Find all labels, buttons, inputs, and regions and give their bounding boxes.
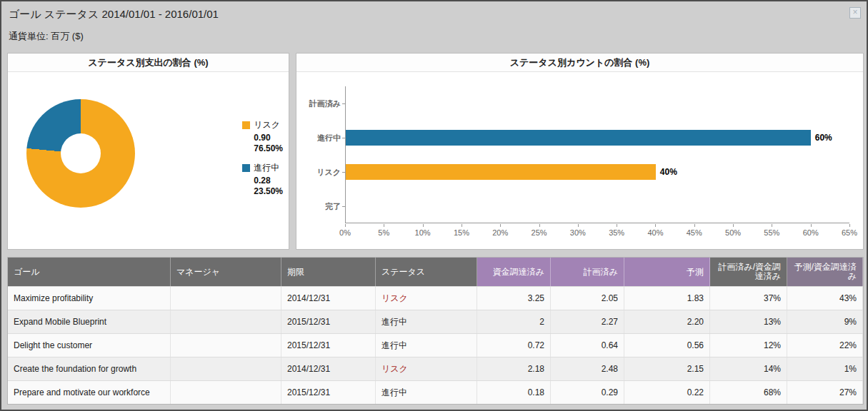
column-header-status: ステータス: [376, 258, 477, 286]
cell-forecast: 2.20: [624, 310, 710, 333]
column-header-planned: 計画済み: [551, 258, 624, 286]
table-row: Delight the customer2015/12/31進行中0.720.6…: [8, 333, 863, 357]
bar-category-label: 計画済み: [296, 86, 341, 121]
cell-manager: [171, 381, 281, 404]
column-header-deadline: 期限: [281, 258, 376, 286]
cell-goal: Delight the customer: [8, 334, 171, 357]
x-tick-label: 35%: [609, 228, 624, 237]
cell-planned: 0.64: [551, 334, 624, 357]
bar-row: [346, 189, 849, 223]
cell-forecast: 1.83: [624, 287, 710, 310]
legend-percent: 23.50%: [254, 186, 283, 197]
column-header-manager: マネージャ: [171, 258, 281, 286]
legend-swatch-icon: [242, 121, 250, 129]
bar-segment[interactable]: [346, 130, 811, 146]
cell-forecast_funded: 43%: [787, 287, 863, 310]
column-header-planned_funded: 計画済み/資金調達済み: [710, 258, 787, 286]
cell-forecast: 0.22: [624, 381, 710, 404]
cell-planned_funded: 37%: [710, 287, 787, 310]
cell-funded: 3.25: [477, 287, 551, 310]
bar-x-axis: 0%5%10%15%20%25%30%35%40%45%50%55%60%65%: [345, 224, 849, 237]
bar-row: 40%: [346, 155, 849, 189]
cell-forecast_funded: 1%: [787, 357, 863, 380]
x-tick-label: 5%: [378, 228, 389, 237]
bar-value-label: 40%: [660, 167, 677, 177]
bar-row: 60%: [346, 121, 849, 155]
x-tick-mark: [500, 224, 501, 227]
x-tick-mark: [384, 224, 384, 227]
cell-status: リスク: [376, 287, 477, 310]
cell-goal: Create the foundation for growth: [8, 357, 171, 380]
cell-status: リスク: [376, 357, 477, 380]
bar-plot-area: 60%40%: [345, 86, 849, 223]
legend-item: リスク0.9076.50%: [242, 119, 283, 154]
x-tick-label: 55%: [764, 228, 779, 237]
column-header-forecast: 予測: [624, 258, 710, 286]
cell-forecast: 2.15: [624, 357, 710, 380]
x-tick-label: 10%: [415, 228, 431, 237]
cell-manager: [171, 310, 281, 333]
goals-table: ゴールマネージャ期限ステータス資金調達済み計画済み予測計画済み/資金調達済み予測…: [7, 257, 864, 405]
x-tick-mark: [849, 224, 850, 227]
table-row: Maximize profitability2014/12/31リスク3.252…: [8, 286, 863, 310]
x-tick-label: 40%: [647, 228, 663, 237]
cell-funded: 2: [477, 310, 551, 333]
x-tick-label: 0%: [339, 228, 351, 237]
cell-planned_funded: 13%: [710, 310, 787, 333]
bar-category-label: 完了: [296, 189, 341, 223]
legend-swatch-icon: [242, 164, 250, 172]
y-tick-mark: [342, 103, 346, 104]
page-title: ゴール ステータス 2014/01/01 - 2016/01/01: [9, 8, 219, 21]
donut-chart[interactable]: [26, 99, 135, 208]
bar-segment[interactable]: [346, 164, 656, 180]
y-tick-mark: [342, 206, 346, 207]
bar-category-label: リスク: [296, 155, 341, 189]
x-tick-mark: [539, 224, 540, 227]
legend-label: 進行中: [254, 162, 279, 174]
x-tick-mark: [694, 224, 695, 227]
cell-planned: 0.29: [551, 381, 624, 404]
y-tick-mark: [342, 172, 346, 173]
legend-percent: 76.50%: [254, 143, 283, 154]
table-row: Expand Mobile Blueprint2015/12/31進行中22.2…: [8, 310, 863, 333]
table-header-row: ゴールマネージャ期限ステータス資金調達済み計画済み予測計画済み/資金調達済み予測…: [8, 258, 863, 286]
x-tick-label: 20%: [492, 228, 508, 237]
legend-value: 0.90: [254, 133, 283, 143]
cell-goal: Maximize profitability: [8, 287, 171, 310]
currency-unit-label: 通貨単位: 百万 ($): [9, 30, 84, 43]
cell-forecast_funded: 9%: [787, 310, 863, 333]
cell-status: 進行中: [376, 310, 477, 333]
bar-category-axis: 計画済み進行中リスク完了: [296, 86, 341, 223]
x-tick-mark: [423, 224, 424, 227]
x-tick-mark: [811, 224, 812, 227]
cell-status: 進行中: [376, 334, 477, 357]
cell-forecast: 0.56: [624, 334, 710, 357]
count-by-status-panel: ステータス別カウントの割合 (%) 計画済み進行中リスク完了 60%40% 0%…: [296, 53, 864, 250]
close-icon[interactable]: ×: [849, 7, 861, 19]
spend-by-status-panel: ステータス別支出の割合 (%) リスク0.9076.50%進行中0.2823.5…: [7, 53, 289, 250]
x-tick-label: 65%: [842, 228, 857, 237]
cell-goal: Expand Mobile Blueprint: [8, 310, 171, 333]
pie-chart-title: ステータス別支出の割合 (%): [8, 54, 289, 72]
x-tick-label: 45%: [687, 228, 702, 237]
x-tick-mark: [345, 224, 346, 227]
bar-value-label: 60%: [815, 133, 832, 143]
cell-goal: Prepare and motivate our workforce: [8, 381, 171, 404]
x-tick-mark: [733, 224, 734, 227]
x-tick-mark: [578, 224, 579, 227]
cell-manager: [171, 357, 281, 380]
column-header-funded: 資金調達済み: [477, 258, 551, 286]
cell-funded: 0.18: [477, 381, 551, 404]
column-header-forecast_funded: 予測/資金調達済み: [787, 258, 863, 286]
cell-deadline: 2014/12/31: [281, 357, 376, 380]
x-tick-label: 15%: [454, 228, 469, 237]
cell-deadline: 2014/12/31: [281, 287, 376, 310]
cell-funded: 2.18: [477, 357, 551, 380]
x-tick-label: 50%: [725, 228, 741, 237]
cell-deadline: 2015/12/31: [281, 381, 376, 404]
x-tick-mark: [617, 224, 617, 227]
column-header-goal: ゴール: [8, 258, 171, 286]
cell-manager: [171, 287, 281, 310]
bar-category-label: 進行中: [296, 121, 341, 155]
bar-row: [346, 86, 849, 121]
